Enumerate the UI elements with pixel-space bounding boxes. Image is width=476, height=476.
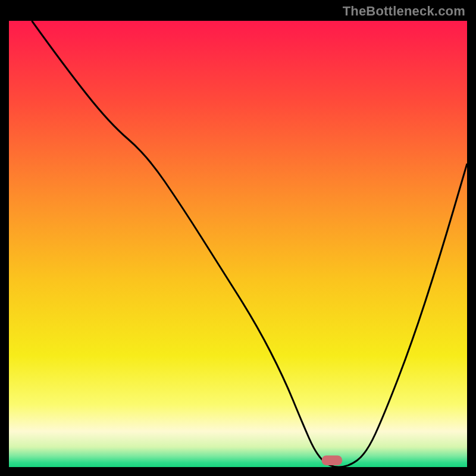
watermark-text: TheBottleneck.com (343, 4, 465, 19)
gradient-background (9, 21, 467, 467)
chart-frame (9, 21, 467, 467)
bottleneck-chart (9, 21, 467, 467)
optimal-point-marker (322, 456, 343, 466)
